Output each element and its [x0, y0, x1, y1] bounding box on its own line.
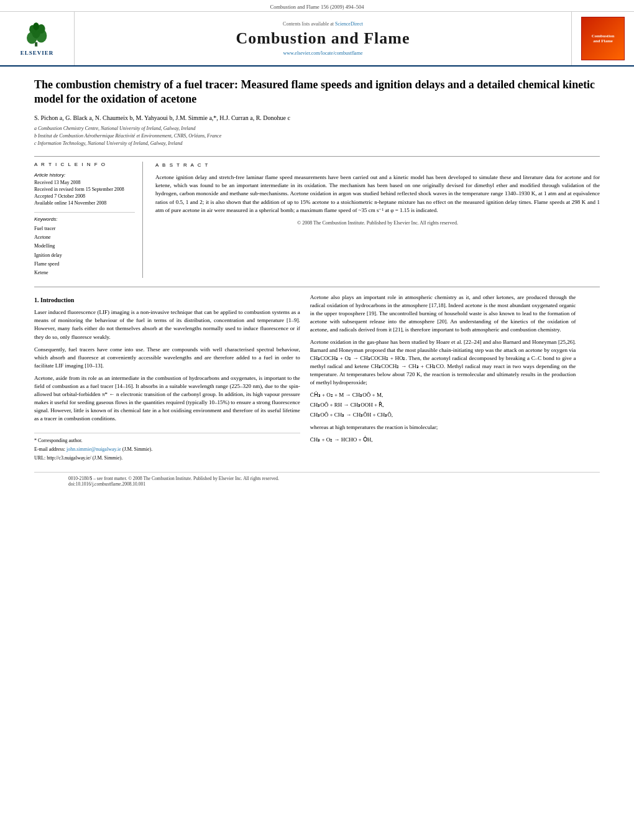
elsevier-wordmark: ELSEVIER — [21, 50, 54, 56]
sciencedirect-link[interactable]: ScienceDirect — [335, 21, 363, 27]
journal-title: Combustion and Flame — [236, 29, 410, 48]
page-wrapper: Combustion and Flame 156 (2009) 494–504 … — [0, 0, 634, 840]
intro-para2: Consequently, fuel tracers have come int… — [34, 346, 300, 370]
article-info-title: A R T I C L E I N F O — [34, 162, 135, 167]
two-column-body: 1. Introduction Laser induced fluorescen… — [34, 287, 600, 463]
reaction-connector: whereas at high temperatures the reactio… — [310, 423, 576, 432]
journal-header: ELSEVIER Contents lists available at Sci… — [0, 12, 634, 67]
reaction4: ĊH₃ + O₂ → HCHO + ȮH, — [310, 436, 576, 444]
footnote-corresponding: * Corresponding author. — [34, 437, 300, 445]
left-column: 1. Introduction Laser induced fluorescen… — [34, 293, 300, 463]
affiliation-a: a Combustion Chemistry Centre, National … — [34, 125, 600, 132]
footnote-email-link[interactable]: john.simmie@nuigalway.ie — [67, 446, 121, 452]
article-title: The combustion chemistry of a fuel trace… — [34, 78, 600, 107]
combustion-flame-logo-box: Combustion and Flame — [581, 17, 625, 60]
contents-available-text: Contents lists available at ScienceDirec… — [283, 21, 363, 27]
keywords-section: Keywords: Fuel tracer Acetone Modelling … — [34, 212, 135, 278]
article-info-panel: A R T I C L E I N F O Article history: R… — [34, 162, 143, 278]
bottom-copyright-bar: 0010-2180/$ – see front matter. © 2008 T… — [34, 472, 600, 490]
intro-para1: Laser induced fluorescence (LIF) imaging… — [34, 308, 300, 341]
affiliation-b: b Institut de Combustion Aérothermique R… — [34, 132, 600, 140]
elsevier-logo-left: ELSEVIER — [0, 12, 75, 65]
reaction3: CH₃OÔ + CH₃ → CH₃ÔH + CH₃Ô, — [310, 411, 576, 419]
footnote-url-person: (J.M. Simmie). — [93, 455, 122, 461]
abstract-copyright: © 2008 The Combustion Institute. Publish… — [155, 219, 600, 227]
accepted-date: Accepted 7 October 2008 — [34, 193, 135, 200]
keyword-ketene: Ketene — [34, 269, 135, 277]
right-para1: Acetone also plays an important role in … — [310, 293, 576, 334]
copyright-line1: 0010-2180/$ – see front matter. © 2008 T… — [68, 476, 279, 481]
footnote-url: URL: http://c3.nuigalway.ie/ (J.M. Simmi… — [34, 455, 300, 462]
footnote-email-person: (J.M. Simmie). — [122, 446, 152, 452]
svg-rect-0 — [35, 42, 37, 46]
abstract-section: A B S T R A C T Acetone ignition delay a… — [155, 162, 600, 278]
authors-line: S. Pichon a, G. Black a, N. Chaumeix b, … — [34, 114, 600, 121]
affiliation-c: c Information Technology, National Unive… — [34, 140, 600, 147]
affiliations: a Combustion Chemistry Centre, National … — [34, 125, 600, 147]
svg-point-6 — [33, 22, 39, 30]
footnote-url-label: URL: http://c3.nuigalway.ie/ — [34, 455, 91, 461]
journal-citation-bar: Combustion and Flame 156 (2009) 494–504 — [0, 0, 634, 12]
journal-logo-right: Combustion and Flame — [572, 12, 634, 65]
journal-url: www.elsevier.com/locate/combustflame — [283, 50, 363, 56]
bottom-copyright-text: 0010-2180/$ – see front matter. © 2008 T… — [68, 476, 279, 487]
journal-citation: Combustion and Flame 156 (2009) 494–504 — [270, 4, 364, 10]
right-para2: Acetone oxidation in the gas-phase has b… — [310, 338, 576, 387]
logo-line1: Combustion — [592, 34, 615, 39]
available-date: Available online 14 November 2008 — [34, 200, 135, 206]
right-column: Acetone also plays an important role in … — [310, 293, 576, 463]
received-date: Received 13 May 2008 — [34, 179, 135, 186]
keyword-fuel-tracer: Fuel tracer — [34, 224, 135, 233]
reaction2: CH₃OÔ + RH → CH₃OOH + Ṙ, — [310, 401, 576, 409]
authors-text: S. Pichon a, G. Black a, N. Chaumeix b, … — [34, 114, 290, 121]
article-body: The combustion chemistry of a fuel trace… — [0, 67, 634, 501]
reaction1: ĊḢ₃ + O₂ + M → CH₃OÔ + M, — [310, 391, 576, 399]
keywords-label: Keywords: — [34, 216, 135, 222]
history-label: Article history: — [34, 172, 135, 178]
received-revised-date: Received in revised form 15 September 20… — [34, 186, 135, 193]
journal-url-link[interactable]: www.elsevier.com/locate/combustflame — [283, 50, 363, 56]
footnote-email: E-mail address: john.simmie@nuigalway.ie… — [34, 446, 300, 453]
journal-center-header: Contents lists available at ScienceDirec… — [75, 12, 572, 65]
keyword-acetone: Acetone — [34, 233, 135, 242]
elsevier-tree-icon — [20, 22, 54, 50]
abstract-title: A B S T R A C T — [155, 162, 600, 169]
keyword-flame-speed: Flame speed — [34, 260, 135, 269]
keyword-modelling: Modelling — [34, 242, 135, 251]
section1-heading: 1. Introduction — [34, 296, 300, 305]
footnote-email-label: E-mail address: — [34, 446, 65, 452]
keyword-ignition-delay: Ignition delay — [34, 251, 135, 260]
intro-para3: Acetone, aside from its role as an inter… — [34, 374, 300, 423]
abstract-text: Acetone ignition delay and stretch-free … — [155, 173, 600, 214]
info-abstract-row: A R T I C L E I N F O Article history: R… — [34, 156, 600, 278]
article-history-section: Article history: Received 13 May 2008 Re… — [34, 172, 135, 207]
logo-line2: and Flame — [593, 39, 613, 44]
footnote-section: * Corresponding author. E-mail address: … — [34, 433, 300, 462]
doi-line: doi:10.1016/j.combustflame.2008.10.001 — [68, 481, 279, 487]
